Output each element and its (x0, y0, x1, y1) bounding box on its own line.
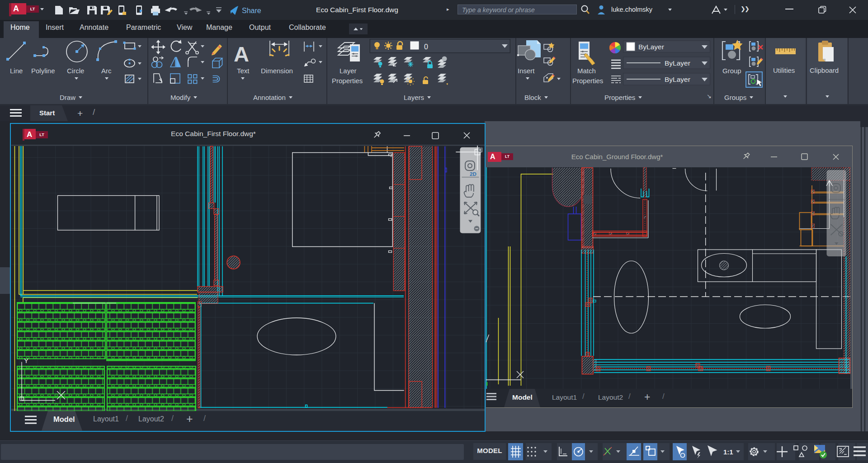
svg-text:ByLayer: ByLayer (638, 43, 664, 51)
svg-text:ByLayer: ByLayer (665, 59, 690, 67)
svg-text:0: 0 (424, 43, 428, 51)
svg-text:A: A (234, 42, 249, 66)
svg-text:Y: Y (24, 357, 28, 364)
svg-text:1:1: 1:1 (723, 448, 733, 456)
svg-text:2D: 2D (470, 171, 476, 177)
svg-text:ByLayer: ByLayer (665, 76, 690, 83)
